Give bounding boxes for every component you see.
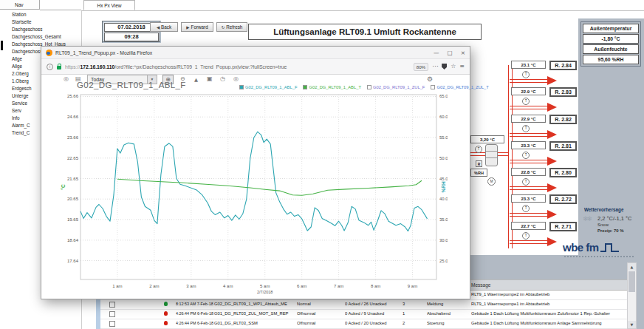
zoom-level-badge[interactable]: 80% (414, 63, 428, 71)
alarm-source: G02_DG_RLT09_1_WP1_Abtaub_ME (214, 302, 294, 306)
right-axis-tick: 30.00 (439, 238, 448, 242)
page-actions-icon[interactable]: ⋯ (432, 63, 438, 70)
branch-pipe (510, 79, 549, 83)
alarm-count: 2 (402, 321, 416, 325)
legend-item[interactable]: G02_DG_RLT09_1_ABL_F (239, 85, 297, 89)
alarm-message: RLT9_1 Waermepumpe2 im Abtaubetrieb (471, 292, 630, 296)
flow-arrow-icon (547, 237, 557, 246)
url-field[interactable]: https://172.16.160.110/ord?file:^px/Dach… (65, 64, 410, 69)
room-label[interactable]: R. 2.82 (549, 115, 577, 124)
alarm-count: 3 (402, 302, 416, 306)
forward-button[interactable]: ▶ Forward (181, 22, 213, 32)
room-temp-value[interactable]: 22.8 °C (511, 168, 546, 176)
room-label[interactable]: R. 2.80 (549, 168, 577, 177)
alarm-row[interactable]: 4:26:44 PM 6-Feb-18 MEZ G01_DG_RLT03_ZUL… (100, 309, 637, 319)
message-list-scrollbar[interactable]: ▲ ▼ (627, 262, 637, 329)
tree-item-label: Trend_C (12, 129, 30, 137)
record-icon[interactable]: ◎ (64, 75, 69, 82)
room-temp-value[interactable]: 22.7 °C (511, 222, 546, 230)
room-label[interactable]: R. 2.71 (549, 222, 577, 231)
left-axis-tick: 21.65 (67, 177, 79, 181)
nav-panel-header[interactable]: Nav (0, 0, 40, 10)
site-info-icon[interactable]: i (47, 64, 53, 70)
alarm-source: G01_DG_RLT03_ZUL_MOT_SM_REP (214, 311, 294, 316)
refresh-icon: ↻ (222, 25, 225, 30)
x-axis-tick: 4 am (223, 284, 233, 288)
room-temp-value[interactable]: 23.3 °C (511, 194, 546, 203)
minimize-icon[interactable]: — (434, 47, 439, 59)
bookmark-star-icon[interactable]: ☆ (451, 63, 456, 70)
room-temp-value[interactable]: 23.3 °C (511, 141, 546, 149)
browser-urlbar: i https://172.16.160.110/ord?file:^px/Da… (41, 59, 470, 75)
outdoor-humidity-label: Außenfeuchte (583, 44, 639, 54)
tree-item[interactable]: Startseite (1, 18, 80, 26)
temp-sensor-symbol: T (522, 152, 530, 159)
shield-icon[interactable] (442, 64, 447, 69)
room-label[interactable]: R. 2.81 (549, 141, 577, 151)
alarm-ack-state: 0 Acked / 20 Unacked (345, 321, 398, 325)
x-axis-tick: 1 am (112, 284, 122, 288)
alarm-ack-state: 0 Acked / 26 Unacked (345, 302, 398, 306)
alarm-row[interactable]: 8:12:53 AM 7-Feb-18 MEZ G02_DG_RLT09_1_W… (100, 299, 637, 310)
settings-gear-icon[interactable]: ⚙ (427, 75, 433, 83)
alarm-type: Abschaltend (427, 311, 467, 316)
left-axis-tick: 22.65 (67, 156, 79, 160)
lock-icon[interactable] (57, 66, 61, 69)
maximize-icon[interactable]: □ (448, 47, 453, 59)
alarm-bell-icon (164, 311, 168, 316)
room-label[interactable]: R. 2.83 (549, 87, 577, 97)
page-title: Lüftungsanlage RLT09.1 Umluft Rockantenn… (248, 24, 482, 40)
x-axis-tick: 5 am (260, 284, 270, 288)
back-button[interactable]: ◀ Back (150, 22, 178, 32)
tree-item[interactable]: Dachgeschoss (1, 26, 80, 33)
alarm-timestamp: 8:12:53 AM 7-Feb-18 MEZ (176, 302, 214, 306)
right-axis-tick: 55.00 (439, 135, 448, 140)
room-branch-row: 22.8 °C T R. 2.80 (470, 168, 589, 194)
left-axis-tick: 23.66 (67, 135, 79, 140)
legend-item[interactable]: G02_DG_RLT09_1_ZUL_T (431, 85, 488, 89)
nav-header-divider (40, 10, 81, 10)
menu-hamburger-icon[interactable]: ≡ (459, 63, 465, 70)
window-titlebar[interactable]: RLT09_1_Trend_Popup.px - Mozilla Firefox… (41, 47, 470, 59)
room-label[interactable]: R. 2.84 (549, 61, 577, 70)
temp-sensor-symbol: T (522, 205, 530, 212)
room-temp-value[interactable]: 22.9 °C (511, 115, 546, 123)
trend-chart[interactable]: 25.6624.6623.6622.6521.6520.6519.6518.64… (56, 91, 448, 299)
temp-sensor-symbol: T (522, 98, 530, 105)
flow-arrow-icon (547, 183, 557, 192)
alarm-triangle-icon[interactable]: ▲ (194, 77, 198, 83)
series-line-G02_DG_RLT09_1_ABL_T (117, 179, 422, 195)
flow-arrow-icon (547, 130, 557, 139)
room-label[interactable]: R. 2.72 (549, 194, 577, 204)
alarm-message: RLT9_1 Waermepumpe1 im Abtaubetrieb (471, 302, 630, 306)
tab-hx-px-view[interactable]: Hx Px View (83, 0, 135, 10)
scrollbar-thumb[interactable] (628, 271, 635, 292)
row-checkbox[interactable] (109, 311, 115, 317)
room-branch-row: 23.3 °C T R. 2.72 (470, 194, 589, 221)
tree-item[interactable]: Dachgeschoss_Gesamt (1, 33, 80, 41)
legend-checkbox-icon (303, 85, 307, 89)
tree-item[interactable]: Station (1, 11, 80, 18)
legend-item[interactable]: G02_DG_RLT09_1_ABL_T (303, 85, 360, 89)
row-checkbox[interactable] (109, 321, 115, 327)
legend-label: G02_DG_RLT09_1_ABL_T (309, 85, 360, 89)
room-temp-value[interactable]: 23.1 °C (511, 61, 546, 69)
outdoor-conditions-box: Außentemperatur -1,80 °C Außenfeuchte 95… (580, 21, 641, 67)
series-line-G02_DG_RLT09_1_ABL_F (80, 132, 428, 231)
scroll-up-icon[interactable]: ▲ (628, 263, 636, 271)
url-scheme: https:// (65, 64, 80, 69)
scroll-down-icon[interactable]: ▼ (628, 321, 636, 328)
legend-item[interactable]: G02_DG_RLT09_1_ZUL_F (367, 85, 425, 89)
left-axis-tick: 18.64 (67, 238, 79, 242)
row-checkbox[interactable] (109, 302, 115, 308)
live-update-icon[interactable]: ◎ (233, 75, 239, 82)
close-icon[interactable]: × (461, 47, 465, 59)
chart-style-icon[interactable]: ▣ (207, 75, 213, 82)
right-axis-tick: 65.00 (439, 94, 448, 98)
alarm-ack-state: 0 Acked / 9 Unacked (345, 311, 398, 316)
refresh-button[interactable]: ↻ Refresh (216, 22, 247, 32)
history-clock-icon[interactable]: ◷ (220, 75, 225, 82)
x-axis-tick: 6 am (297, 284, 306, 288)
alarm-row[interactable]: 4:26:44 PM 6-Feb-18 MEZ G01_DG_RLT03_SSM… (100, 319, 637, 329)
room-temp-value[interactable]: 22.9 °C (511, 87, 546, 95)
